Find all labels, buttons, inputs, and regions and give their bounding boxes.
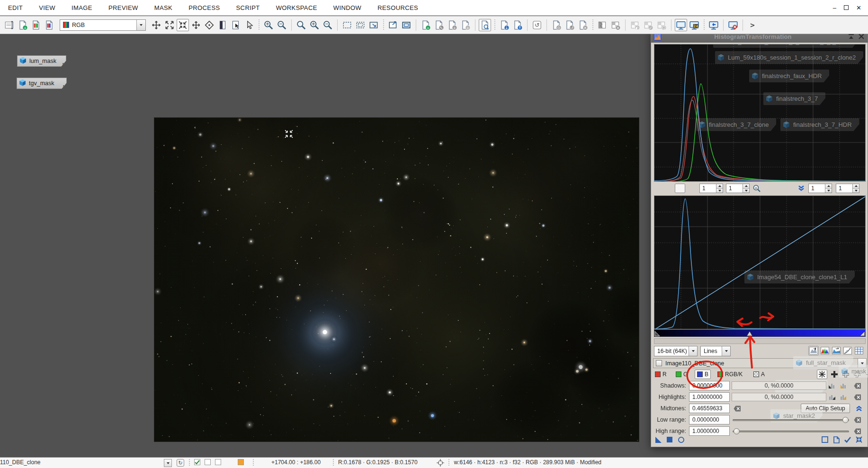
status-color-swatch[interactable] bbox=[238, 459, 244, 465]
menu-edit[interactable]: EDIT bbox=[0, 4, 31, 11]
iconized-view-lum-mask[interactable]: lum_mask N bbox=[17, 55, 66, 67]
highlights-clip-icon[interactable] bbox=[827, 392, 837, 402]
browse-documentation-icon[interactable] bbox=[820, 435, 830, 444]
zoom-in-icon[interactable]: + bbox=[262, 19, 275, 31]
duplicate-image-icon[interactable] bbox=[30, 19, 42, 31]
channel-button-g[interactable]: G bbox=[674, 370, 689, 379]
new-image-icon[interactable]: + bbox=[17, 19, 29, 31]
zoom-out-icon[interactable]: − bbox=[276, 19, 288, 31]
apply-icon[interactable] bbox=[664, 435, 675, 444]
expand-mode-icon[interactable] bbox=[163, 19, 176, 31]
mask-select-icon[interactable]: Q bbox=[655, 19, 668, 31]
highlights-input[interactable]: 1.00000000 bbox=[689, 392, 730, 402]
horizontal-zoom-spinner[interactable]: 1 bbox=[699, 184, 723, 193]
menu-mask[interactable]: MASK bbox=[146, 4, 180, 11]
shadows-reset-icon[interactable] bbox=[853, 381, 862, 390]
output-h-zoom-spinner[interactable]: 1 bbox=[808, 184, 832, 193]
shadow-highlight-slider-bar[interactable] bbox=[654, 329, 866, 337]
close-dialog-icon[interactable] bbox=[858, 34, 865, 40]
v-zoom2-value[interactable]: 1 bbox=[836, 184, 852, 193]
stf-disable-icon[interactable] bbox=[727, 19, 739, 31]
zoom-fit-icon[interactable] bbox=[295, 19, 307, 31]
mask-remove-icon[interactable]: ✕ bbox=[609, 19, 622, 31]
menu-workspace[interactable]: WORKSPACE bbox=[268, 4, 325, 11]
midtones-input[interactable]: 0.46559633 bbox=[689, 404, 730, 413]
pan-mode-icon[interactable] bbox=[150, 19, 162, 31]
edit-preview-rect-icon[interactable] bbox=[354, 19, 367, 31]
mask-enabled-icon[interactable]: ✓ bbox=[642, 19, 654, 31]
reset-icon[interactable] bbox=[854, 435, 864, 444]
status-view-selector[interactable]: e110_DBE_clone bbox=[0, 459, 164, 466]
channel-button-r[interactable]: R bbox=[653, 370, 669, 379]
show-cumulative-histogram-icon[interactable] bbox=[831, 346, 841, 355]
execute-icon[interactable] bbox=[842, 435, 853, 444]
mask-show-icon[interactable] bbox=[596, 19, 608, 31]
show-transfer-curve-icon[interactable] bbox=[842, 346, 853, 355]
high-range-slider-handle[interactable] bbox=[734, 428, 740, 434]
output-v-zoom-spinner[interactable]: 1 bbox=[836, 184, 859, 193]
bit-depth-select[interactable]: 16-bit (64K) bbox=[654, 346, 698, 356]
channel-button-a[interactable]: A bbox=[752, 370, 767, 379]
page-view-icon[interactable] bbox=[216, 19, 229, 31]
nebula-image[interactable] bbox=[154, 118, 639, 442]
view-close-icon[interactable]: ✕ bbox=[577, 19, 589, 31]
shadows-clip-alt-icon[interactable] bbox=[839, 381, 848, 390]
preview-zoom-icon[interactable] bbox=[479, 19, 491, 31]
status-check-swatch[interactable] bbox=[194, 459, 200, 465]
high-range-input[interactable]: 1.0000000 bbox=[689, 426, 730, 436]
move-mode-icon[interactable] bbox=[190, 19, 202, 31]
edit-instance-icon[interactable] bbox=[831, 435, 841, 444]
duplicate-rgb-icon[interactable] bbox=[43, 19, 55, 31]
zoom-in-center-icon[interactable]: + bbox=[308, 19, 321, 31]
menu-resources[interactable]: RESOURCES bbox=[369, 4, 426, 11]
low-range-reset-icon[interactable] bbox=[853, 415, 862, 424]
view-export-icon[interactable]: ↑ bbox=[511, 19, 524, 31]
menu-image[interactable]: IMAGE bbox=[63, 4, 100, 11]
v-zoom-value[interactable]: 1 bbox=[726, 184, 743, 193]
new-preview-rect-icon[interactable] bbox=[341, 19, 353, 31]
histogram-transformation-dialog[interactable]: HistogramTransformation bbox=[651, 34, 868, 447]
menu-process[interactable]: PROCESS bbox=[180, 4, 228, 11]
chevron-down-icon[interactable] bbox=[136, 20, 145, 30]
channel-button-b[interactable]: B bbox=[695, 370, 711, 379]
fit-window-icon[interactable] bbox=[387, 19, 399, 31]
pan-readout-icon[interactable] bbox=[652, 184, 662, 193]
menu-window[interactable]: WINDOW bbox=[325, 4, 369, 11]
view-checkbox[interactable] bbox=[656, 360, 662, 366]
raw-rgb-mode-icon[interactable] bbox=[817, 370, 827, 379]
real-time-preview-icon[interactable] bbox=[676, 435, 686, 444]
expand-histogram-icon[interactable] bbox=[663, 184, 674, 193]
double-chevron-up-icon[interactable] bbox=[855, 404, 863, 413]
h-zoom2-value[interactable]: 1 bbox=[809, 184, 825, 193]
page-select-icon[interactable] bbox=[230, 19, 242, 31]
channel-button-rgb-k[interactable]: RGB/K bbox=[716, 370, 744, 379]
highlights-clip-alt-icon[interactable] bbox=[839, 392, 848, 402]
vertical-zoom-spinner[interactable]: 1 bbox=[726, 184, 750, 193]
high-range-slider[interactable] bbox=[733, 431, 849, 433]
low-range-input[interactable]: 0.0000000 bbox=[689, 415, 730, 424]
scroll-histogram-icon[interactable] bbox=[687, 184, 698, 193]
high-range-reset-icon[interactable] bbox=[853, 426, 862, 436]
view-settings-icon[interactable]: ⚙ bbox=[550, 19, 563, 31]
text-edit-icon[interactable] bbox=[3, 19, 16, 31]
image-view-iris-nebula[interactable] bbox=[154, 117, 639, 442]
mask-invert-icon[interactable]: ◐ bbox=[629, 19, 641, 31]
view-import-icon[interactable]: ↓ bbox=[498, 19, 510, 31]
close-button[interactable]: ✕ bbox=[856, 5, 861, 11]
cursor-select-icon[interactable] bbox=[243, 19, 255, 31]
status-swatch[interactable] bbox=[205, 459, 211, 465]
amplified-mode-icon[interactable] bbox=[829, 370, 840, 379]
new-instance-icon[interactable] bbox=[653, 435, 663, 444]
low-range-slider-handle[interactable] bbox=[842, 417, 849, 423]
shade-dialog-icon[interactable] bbox=[847, 34, 855, 40]
maximize-button[interactable] bbox=[844, 5, 849, 10]
chevron-down-icon[interactable] bbox=[689, 346, 697, 356]
show-grid-icon[interactable] bbox=[854, 346, 864, 355]
plot-style-select[interactable]: Lines bbox=[700, 346, 731, 356]
preview-delete-icon[interactable]: + bbox=[459, 19, 472, 31]
zoom-mode-icon[interactable]: + bbox=[752, 184, 762, 193]
stf-apply-icon[interactable] bbox=[707, 19, 720, 31]
dialog-title-bar[interactable]: HistogramTransformation bbox=[651, 34, 868, 43]
view-history-icon[interactable]: ↻ bbox=[177, 459, 184, 467]
chevron-down-icon[interactable] bbox=[164, 459, 172, 467]
